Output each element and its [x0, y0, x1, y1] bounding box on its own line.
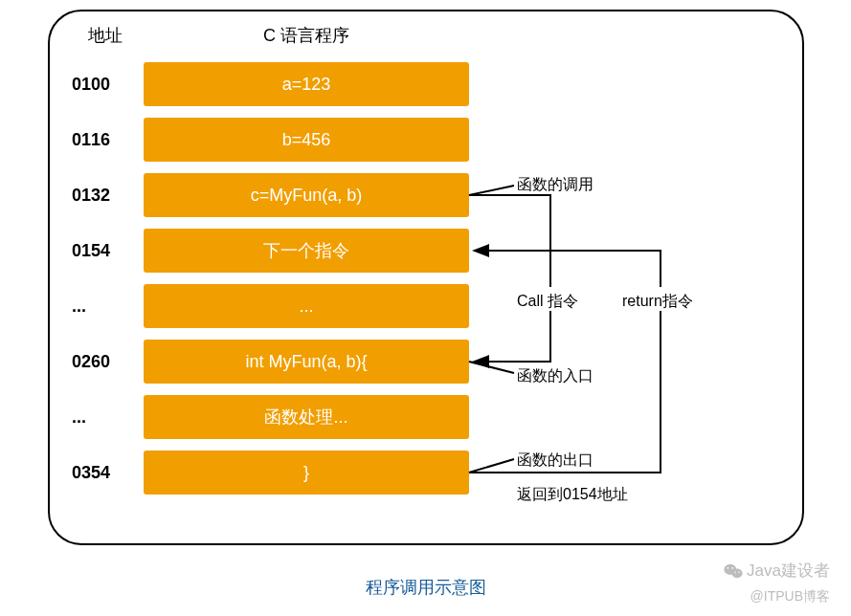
svg-point-7: [731, 566, 733, 568]
table-row: ... ...: [67, 284, 469, 328]
svg-point-9: [738, 571, 739, 572]
address-cell: 0354: [67, 463, 144, 483]
svg-point-8: [734, 571, 735, 572]
table-row: 0100 a=123: [67, 62, 469, 106]
table-row: 0154 下一个指令: [67, 229, 469, 273]
program-header: C 语言程序: [144, 24, 469, 47]
annotation-function-call: 函数的调用: [517, 175, 593, 195]
annotation-call-instr: Call 指令: [517, 292, 578, 312]
watermark-channel-text: Java建设者: [747, 560, 830, 582]
address-cell: 0154: [67, 241, 144, 261]
annotation-function-exit: 函数的出口: [517, 451, 593, 471]
header-row: 地址 C 语言程序: [67, 24, 469, 47]
watermark-channel: Java建设者: [724, 560, 830, 582]
watermark-source: @ITPUB博客: [750, 588, 830, 605]
svg-point-5: [731, 568, 742, 578]
table-row: 0132 c=MyFun(a, b): [67, 173, 469, 217]
address-cell: 0116: [67, 130, 144, 150]
program-cell: ...: [144, 284, 469, 328]
table-row: ... 函数处理...: [67, 395, 469, 439]
table-row: 0354 }: [67, 451, 469, 495]
address-cell: 0100: [67, 75, 144, 95]
program-cell: int MyFun(a, b){: [144, 340, 469, 384]
program-cell: b=456: [144, 118, 469, 162]
annotation-return-instr: return指令: [622, 292, 693, 312]
address-cell: ...: [67, 407, 144, 428]
program-cell: 下一个指令: [144, 229, 469, 273]
address-cell: 0132: [67, 186, 144, 206]
address-header: 地址: [67, 24, 144, 47]
table-row: 0260 int MyFun(a, b){: [67, 340, 469, 384]
program-cell: 函数处理...: [144, 395, 469, 439]
annotation-function-entry: 函数的入口: [517, 366, 593, 386]
svg-point-6: [728, 566, 729, 568]
wechat-icon: [724, 563, 743, 579]
program-cell: c=MyFun(a, b): [144, 173, 469, 217]
address-cell: 0260: [67, 352, 144, 372]
program-cell: }: [144, 451, 469, 495]
address-cell: ...: [67, 297, 144, 317]
program-cell: a=123: [144, 62, 469, 106]
annotation-return-to: 返回到0154地址: [517, 485, 628, 505]
table-row: 0116 b=456: [67, 118, 469, 162]
